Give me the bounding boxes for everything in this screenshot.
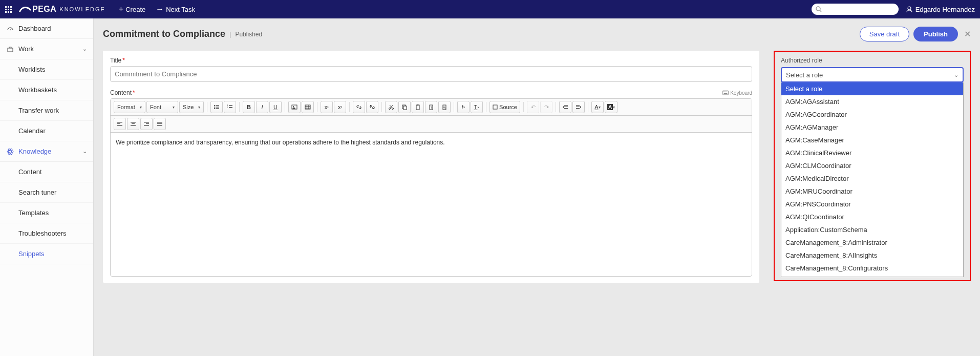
svg-rect-47 [564, 108, 568, 109]
atom-icon [6, 148, 14, 155]
role-option[interactable]: AGM:CaseManager [781, 134, 963, 146]
sidebar-item-search-tuner[interactable]: Search tuner [0, 182, 93, 203]
rte-bg-color-icon[interactable]: A▾ [605, 101, 617, 113]
sidebar-item-troubleshooters[interactable]: Troubleshooters [0, 223, 93, 244]
sidebar-item-worklists[interactable]: Worklists [0, 59, 93, 80]
rte-ordered-list-icon[interactable]: 12 [224, 101, 236, 113]
svg-point-18 [214, 108, 215, 109]
sidebar-item-workbaskets[interactable]: Workbaskets [0, 80, 93, 100]
svg-rect-23 [229, 107, 232, 108]
rte-copy-icon[interactable] [398, 101, 411, 113]
role-option[interactable]: Select a role [781, 82, 963, 95]
chevron-down-icon: ⌄ [82, 46, 87, 52]
rte-superscript-icon[interactable]: x² [334, 101, 346, 113]
svg-point-0 [816, 7, 820, 11]
rte-paste-icon[interactable] [412, 101, 424, 113]
svg-rect-49 [576, 107, 580, 107]
sidebar-item-calendar[interactable]: Calendar [0, 121, 93, 141]
sidebar-item-transfer-work[interactable]: Transfer work [0, 100, 93, 121]
role-option[interactable]: AGM:AGAssistant [781, 95, 963, 108]
authorized-role-select[interactable]: Select a role ⌄ [781, 67, 964, 82]
rte-undo-icon[interactable]: ↶ [527, 101, 539, 113]
role-option[interactable]: AGM:AGCoordinator [781, 108, 963, 121]
rte-align-justify-icon[interactable] [154, 118, 166, 130]
create-button[interactable]: + Create [119, 5, 145, 14]
rte-link-icon[interactable] [353, 101, 365, 113]
rte-underline-icon[interactable]: U [269, 101, 282, 113]
chevron-down-icon: ⌄ [954, 72, 958, 78]
sidebar-label: Troubleshooters [18, 229, 66, 237]
sidebar-label: Workbaskets [18, 86, 57, 94]
role-option[interactable]: CareManagement_8:Payer_CareCoordinator [781, 275, 963, 277]
rte-outdent-icon[interactable] [559, 101, 571, 113]
role-option[interactable]: AGM:ClinicalReviewer [781, 146, 963, 159]
publish-button[interactable]: Publish [913, 27, 958, 41]
svg-rect-38 [416, 105, 419, 110]
brand-logo: PEGA KNOWLEDGE [18, 5, 105, 14]
rte-bold-icon[interactable]: B [243, 101, 255, 113]
sidebar-item-templates[interactable]: Templates [0, 203, 93, 223]
rte-content-area[interactable]: We prioritize compliance and transparenc… [111, 133, 752, 276]
user-menu[interactable]: Edgardo Hernandez [906, 6, 975, 13]
rte-unordered-list-icon[interactable] [210, 101, 223, 113]
role-option[interactable]: AGM:PNSCoordinator [781, 198, 963, 211]
role-option[interactable]: AGM:MRUCoordinator [781, 185, 963, 198]
sidebar-item-snippets[interactable]: Snippets [0, 244, 93, 264]
rte-paste-text-icon[interactable]: T [425, 101, 437, 113]
left-sidebar: Dashboard Work ⌄ Worklists Workbaskets T… [0, 18, 94, 356]
svg-rect-51 [117, 122, 122, 122]
svg-rect-46 [564, 107, 568, 107]
arrow-right-icon: → [156, 5, 164, 14]
sidebar-item-work[interactable]: Work ⌄ [0, 39, 93, 59]
role-option[interactable]: CareManagement_8:AIInsights [781, 249, 963, 262]
role-option[interactable]: AGM:CLMCoordinator [781, 159, 963, 172]
next-task-button[interactable]: → Next Task [156, 5, 195, 14]
sidebar-item-dashboard[interactable]: Dashboard [0, 18, 93, 39]
rte-image-icon[interactable] [288, 101, 301, 113]
svg-rect-17 [216, 107, 219, 107]
close-icon[interactable]: ✕ [964, 29, 971, 39]
rte-source-button[interactable]: Source [489, 101, 520, 113]
role-option[interactable]: CareManagement_8:Administrator [781, 236, 963, 249]
rte-align-center-icon[interactable] [127, 118, 139, 130]
sidebar-item-knowledge[interactable]: Knowledge ⌄ [0, 141, 93, 162]
svg-rect-56 [131, 125, 136, 125]
apps-grid-icon[interactable] [5, 6, 12, 13]
role-option[interactable]: AGM:QICoordinator [781, 211, 963, 223]
rte-subscript-icon[interactable]: x₂ [321, 101, 333, 113]
rte-font-select[interactable]: Font▾ [146, 101, 178, 113]
svg-text:2: 2 [227, 106, 228, 109]
role-option[interactable]: CareManagement_8:Configurators [781, 262, 963, 275]
rte-clear-format-icon[interactable]: T× [471, 101, 483, 113]
rte-align-left-icon[interactable] [114, 118, 126, 130]
rte-format-select[interactable]: Format▾ [114, 101, 145, 113]
rte-cut-icon[interactable] [385, 101, 397, 113]
rte-text-color-icon[interactable]: A▾ [591, 101, 604, 113]
rte-italic-icon[interactable]: I [256, 101, 268, 113]
role-option[interactable]: AGM:AGManager [781, 121, 963, 134]
keyboard-indicator[interactable]: Keyboard [722, 90, 752, 96]
pega-horse-icon [18, 5, 32, 14]
rte-size-select[interactable]: Size▾ [179, 101, 204, 113]
sidebar-label: Calendar [18, 127, 46, 135]
rte-align-right-icon[interactable] [140, 118, 153, 130]
sidebar-label: Content [18, 168, 42, 176]
svg-rect-11 [726, 91, 726, 92]
sidebar-item-content[interactable]: Content [0, 162, 93, 182]
authorized-role-dropdown[interactable]: Select a role AGM:AGAssistant AGM:AGCoor… [781, 82, 964, 277]
svg-rect-12 [727, 91, 727, 92]
rte-redo-icon[interactable]: ↷ [540, 101, 552, 113]
save-draft-button[interactable]: Save draft [860, 27, 909, 41]
svg-rect-8 [723, 91, 729, 95]
rte-paste-word-icon[interactable]: W [438, 101, 451, 113]
rte-indent-icon[interactable] [572, 101, 585, 113]
role-option[interactable]: Application:CustomSchema [781, 223, 963, 236]
rte-remove-format-icon[interactable]: I× [457, 101, 470, 113]
page-title: Commitment to Compliance [103, 29, 225, 39]
role-option[interactable]: AGM:MedicalDirector [781, 172, 963, 185]
global-search[interactable] [812, 4, 899, 15]
title-input[interactable] [110, 66, 752, 82]
rte-unlink-icon[interactable] [366, 101, 378, 113]
svg-rect-55 [132, 123, 135, 124]
rte-table-icon[interactable] [302, 101, 314, 113]
